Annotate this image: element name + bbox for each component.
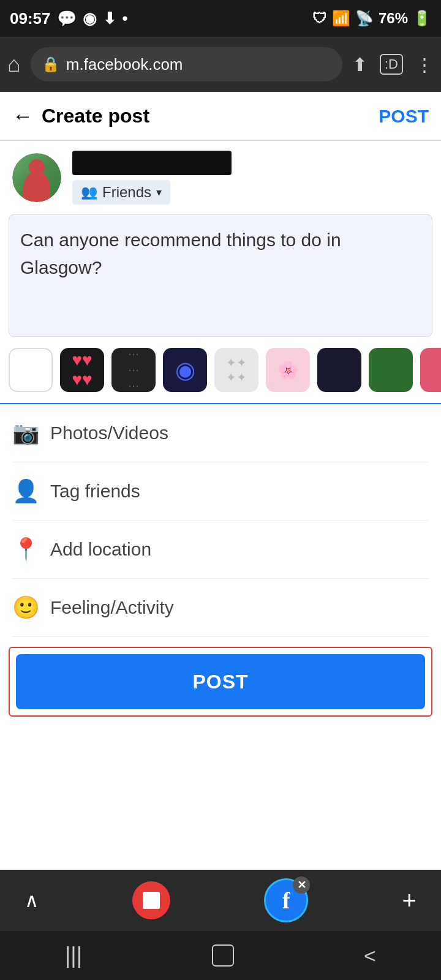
post-text-area[interactable]: Can anyone recommend things to do in Gla… [9, 214, 432, 337]
bg-option-blue-circle[interactable]: ◉ [163, 348, 207, 392]
more-icon[interactable]: ⋮ [415, 54, 434, 75]
friends-dropdown[interactable]: 👥 Friends ▾ [72, 180, 170, 205]
back-button[interactable]: ← Create post [12, 104, 149, 128]
friends-icon: 👥 [81, 184, 97, 200]
camera-icon: 📷 [12, 420, 37, 446]
nav-home-button[interactable] [212, 944, 234, 967]
post-button-main[interactable]: POST [16, 654, 425, 709]
battery-percent: 76% [379, 10, 408, 27]
add-location-label: Add location [50, 539, 151, 560]
taskbar-app-red[interactable] [132, 881, 170, 919]
signal-icon: 📡 [355, 10, 374, 27]
main-content: ← Create post POST 👥 Friends ▾ Can anyon… [0, 92, 441, 959]
post-text-content: Can anyone recommend things to do in Gla… [20, 230, 341, 277]
user-name-blurred [72, 151, 232, 175]
taskbar-app-icon [143, 892, 160, 909]
name-area: 👥 Friends ▾ [72, 151, 232, 205]
nav-recents-button[interactable]: ||| [65, 943, 82, 968]
facebook-f-letter: f [282, 887, 290, 914]
dot-indicator: • [123, 9, 128, 28]
battery-icon: 🔋 [413, 10, 431, 27]
browser-bar: ⌂ 🔒 m.facebook.com ⬆ :D ⋮ [0, 37, 441, 92]
feeling-activity-label: Feeling/Activity [50, 597, 174, 618]
bottom-taskbar: ∧ f ✕ + [0, 870, 441, 931]
bg-option-pink-flowers[interactable]: 🌸 [266, 348, 310, 392]
bg-option-dark-dots[interactable]: ········· [111, 348, 156, 392]
action-list: 📷 Photos/Videos 👤 Tag friends 📍 Add loca… [0, 404, 441, 637]
avatar [12, 153, 61, 202]
status-right: 🛡 📶 📡 76% 🔋 [312, 10, 431, 27]
bg-option-green[interactable] [369, 348, 413, 392]
user-row: 👥 Friends ▾ [0, 141, 441, 214]
status-bar: 09:57 💬 ◉ ⬇ • 🛡 📶 📡 76% 🔋 [0, 0, 441, 37]
bg-option-white[interactable] [9, 348, 53, 392]
url-text: m.facebook.com [66, 55, 183, 74]
bg-option-dark-navy[interactable] [317, 348, 361, 392]
shield-icon: 🛡 [312, 10, 327, 27]
browser-actions: ⬆ :D ⋮ [352, 54, 434, 75]
nav-back-button[interactable]: < [364, 944, 376, 968]
close-x-icon: ✕ [297, 878, 306, 892]
taskbar-plus-icon[interactable]: + [402, 887, 417, 914]
url-bar[interactable]: 🔒 m.facebook.com [31, 47, 342, 81]
status-time: 09:57 [10, 9, 51, 28]
post-button-top[interactable]: POST [379, 106, 429, 127]
tab-icon[interactable]: :D [380, 54, 403, 75]
home-icon[interactable]: ⌂ [7, 51, 21, 77]
page-title: Create post [42, 105, 149, 127]
background-selector[interactable]: ♥♥♥♥ ········· ◉ ✦✦✦✦ 🌸 [0, 337, 441, 404]
tag-friends-icon: 👤 [12, 478, 37, 504]
photos-videos-label: Photos/Videos [50, 423, 168, 443]
top-bar: ← Create post POST [0, 92, 441, 141]
post-button-section: POST [9, 647, 432, 717]
bg-option-pink-solid[interactable] [420, 348, 441, 392]
download-icon: ⬇ [103, 9, 116, 28]
feeling-activity-item[interactable]: 🙂 Feeling/Activity [12, 579, 429, 637]
share-icon[interactable]: ⬆ [352, 54, 368, 75]
photos-videos-item[interactable]: 📷 Photos/Videos [12, 404, 429, 462]
feeling-icon: 🙂 [12, 595, 37, 620]
message-icon: 💬 [57, 9, 77, 28]
add-location-item[interactable]: 📍 Add location [12, 521, 429, 579]
location-pin-icon: 📍 [12, 537, 37, 562]
tag-friends-label: Tag friends [50, 481, 140, 502]
tag-friends-item[interactable]: 👤 Tag friends [12, 462, 429, 521]
bg-option-light-pattern[interactable]: ✦✦✦✦ [214, 348, 258, 392]
back-arrow-icon: ← [12, 104, 33, 128]
close-badge[interactable]: ✕ [293, 876, 310, 894]
whatsapp-icon: ◉ [83, 9, 97, 28]
lock-icon: 🔒 [42, 56, 60, 73]
friends-label: Friends [102, 184, 151, 201]
taskbar-chevron-up-icon[interactable]: ∧ [24, 889, 39, 912]
bg-option-black-hearts[interactable]: ♥♥♥♥ [60, 348, 104, 392]
taskbar-facebook-icon[interactable]: f ✕ [264, 878, 308, 922]
wifi-icon: 📶 [332, 10, 350, 27]
chevron-down-icon: ▾ [156, 186, 162, 199]
status-left: 09:57 💬 ◉ ⬇ • [10, 9, 128, 28]
navigation-bar: ||| < [0, 931, 441, 980]
